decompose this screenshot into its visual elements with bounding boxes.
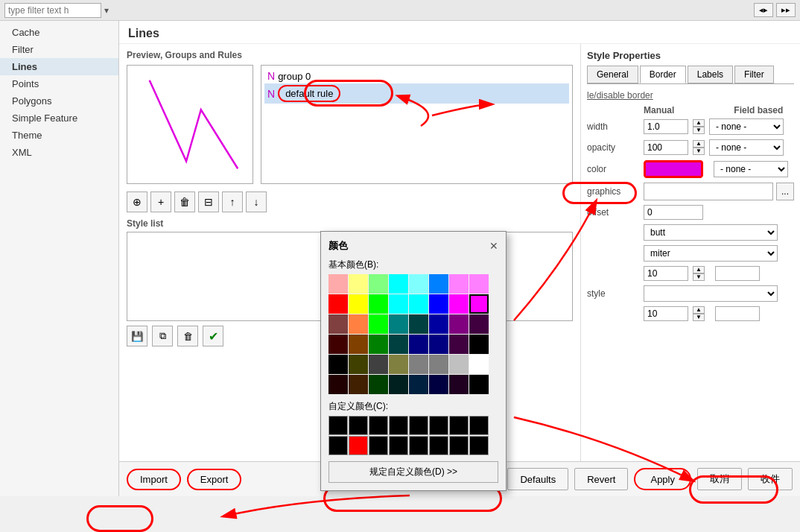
basic-color-cell[interactable] <box>469 355 489 374</box>
color-field-based[interactable]: - none - <box>714 161 788 177</box>
basic-color-cell[interactable] <box>449 274 469 294</box>
remove-button[interactable]: ⊟ <box>198 191 219 212</box>
cancel-button[interactable]: 取消 <box>697 468 742 490</box>
style-spinner-1[interactable]: ▲ ▼ <box>693 266 705 281</box>
move-up-button[interactable]: ↑ <box>222 191 243 212</box>
basic-color-cell[interactable] <box>389 314 408 334</box>
custom-color-cell[interactable] <box>429 436 448 455</box>
custom-color-cell[interactable] <box>449 416 469 435</box>
add-group-button[interactable]: ⊕ <box>127 191 147 212</box>
basic-color-cell[interactable] <box>349 355 368 374</box>
style-up-2[interactable]: ▲ <box>693 306 705 314</box>
basic-color-cell[interactable] <box>369 294 388 314</box>
basic-color-cell[interactable] <box>409 294 428 314</box>
forward-button[interactable]: ▸▸ <box>776 3 796 17</box>
filter-input[interactable] <box>4 3 101 18</box>
basic-color-cell[interactable] <box>369 274 388 294</box>
add-rule-button[interactable]: + <box>150 191 171 212</box>
butt-select[interactable]: butt <box>644 224 778 241</box>
export-button[interactable]: Export <box>187 469 242 490</box>
basic-color-cell[interactable] <box>369 314 388 334</box>
sidebar-item-points[interactable]: Points <box>0 75 118 92</box>
basic-color-cell[interactable] <box>409 335 428 354</box>
basic-color-cell[interactable] <box>328 355 348 374</box>
save-style-button[interactable]: 💾 <box>127 326 147 346</box>
basic-color-cell[interactable] <box>369 375 388 394</box>
opacity-down[interactable]: ▼ <box>693 148 705 155</box>
style-down-2[interactable]: ▼ <box>693 314 705 321</box>
basic-color-cell[interactable] <box>328 294 348 314</box>
basic-color-cell[interactable] <box>409 314 428 334</box>
width-field-based[interactable]: - none - <box>709 118 784 135</box>
basic-color-cell[interactable] <box>449 294 469 314</box>
basic-color-cell[interactable] <box>449 314 469 334</box>
basic-color-cell[interactable] <box>328 335 348 354</box>
basic-color-cell[interactable] <box>469 294 489 314</box>
custom-color-cell[interactable] <box>328 436 348 455</box>
basic-color-cell[interactable] <box>328 274 348 294</box>
style-num-input-1[interactable] <box>644 266 688 281</box>
custom-color-cell[interactable] <box>328 416 348 435</box>
custom-color-cell[interactable] <box>349 416 368 435</box>
sidebar-item-simple-feature[interactable]: Simple Feature <box>0 110 118 127</box>
style-spinner-2[interactable]: ▲ ▼ <box>693 306 705 321</box>
filter-dropdown-icon[interactable]: ▾ <box>104 5 109 16</box>
miter-select[interactable]: miter <box>644 245 778 262</box>
style-num-input-3[interactable] <box>644 306 688 321</box>
back-button[interactable]: ◂▸ <box>754 3 773 17</box>
basic-color-cell[interactable] <box>389 294 408 314</box>
custom-color-cell[interactable] <box>469 416 489 435</box>
width-spinner[interactable]: ▲ ▼ <box>693 119 705 134</box>
graphics-input[interactable] <box>644 183 773 200</box>
basic-color-cell[interactable] <box>349 335 368 354</box>
basic-color-cell[interactable] <box>369 355 388 374</box>
custom-color-cell[interactable] <box>389 416 408 435</box>
opacity-spinner[interactable]: ▲ ▼ <box>693 140 705 155</box>
opacity-up[interactable]: ▲ <box>693 140 705 148</box>
basic-color-cell[interactable] <box>469 335 489 354</box>
style-select[interactable] <box>644 285 778 302</box>
custom-color-cell[interactable] <box>469 436 489 455</box>
basic-color-cell[interactable] <box>349 274 368 294</box>
sidebar-item-lines[interactable]: Lines <box>0 58 118 75</box>
sidebar-item-polygons[interactable]: Polygons <box>0 92 118 110</box>
basic-color-cell[interactable] <box>449 375 469 394</box>
basic-color-cell[interactable] <box>369 335 388 354</box>
basic-color-cell[interactable] <box>349 314 368 334</box>
sidebar-item-filter[interactable]: Filter <box>0 41 118 58</box>
custom-color-cell[interactable] <box>409 436 428 455</box>
opacity-field-based[interactable]: - none - <box>709 139 784 156</box>
basic-color-cell[interactable] <box>389 274 408 294</box>
width-up[interactable]: ▲ <box>693 119 705 127</box>
basic-color-cell[interactable] <box>449 335 469 354</box>
basic-color-cell[interactable] <box>389 355 408 374</box>
basic-color-cell[interactable] <box>328 375 348 394</box>
dialog-close-button[interactable]: ✕ <box>489 240 498 252</box>
tab-border[interactable]: Border <box>640 66 686 83</box>
basic-color-cell[interactable] <box>429 375 448 394</box>
delete-button[interactable]: 🗑 <box>174 191 195 212</box>
color-swatch[interactable] <box>644 160 703 178</box>
style-num-input-2[interactable] <box>715 266 760 281</box>
basic-color-cell[interactable] <box>409 375 428 394</box>
basic-color-cell[interactable] <box>349 375 368 394</box>
custom-color-cell[interactable] <box>389 436 408 455</box>
basic-color-cell[interactable] <box>429 314 448 334</box>
tab-general[interactable]: General <box>587 66 638 83</box>
defaults-button[interactable]: Defaults <box>507 468 568 490</box>
custom-color-cell[interactable] <box>369 436 388 455</box>
width-down[interactable]: ▼ <box>693 127 705 134</box>
tab-labels[interactable]: Labels <box>688 66 733 83</box>
basic-color-cell[interactable] <box>469 375 489 394</box>
basic-color-cell[interactable] <box>429 355 448 374</box>
custom-color-cell[interactable] <box>349 436 368 455</box>
custom-color-cell[interactable] <box>409 416 428 435</box>
style-up-1[interactable]: ▲ <box>693 266 705 273</box>
basic-color-cell[interactable] <box>429 294 448 314</box>
copy-style-button[interactable]: ⧉ <box>152 326 173 346</box>
custom-color-cell[interactable] <box>449 436 469 455</box>
import-button[interactable]: Import <box>127 469 181 490</box>
width-input[interactable] <box>644 119 688 134</box>
graphics-browse-button[interactable]: ... <box>776 183 794 200</box>
opacity-input[interactable] <box>644 140 688 155</box>
